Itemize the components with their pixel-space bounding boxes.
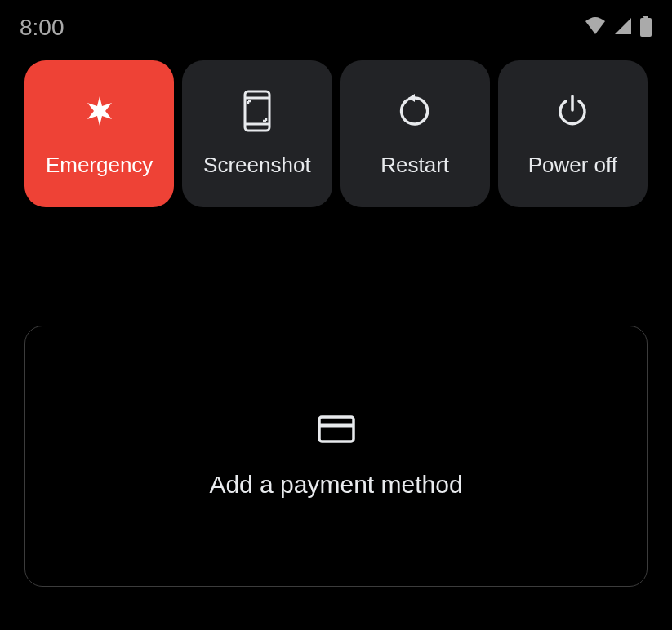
battery-icon [639,16,652,40]
emergency-label: Emergency [46,153,154,178]
wifi-icon [584,16,607,39]
status-bar: 8:00 [0,0,672,51]
add-payment-method-button[interactable]: Add a payment method [24,326,648,587]
power-icon [555,91,590,131]
status-icons [584,16,652,40]
power-menu: Emergency Screenshot Restart [0,51,672,207]
credit-card-icon [317,414,356,448]
svg-rect-1 [640,18,652,37]
restart-button[interactable]: Restart [340,60,490,207]
emergency-button[interactable]: Emergency [24,60,174,207]
add-payment-label: Add a payment method [209,471,462,499]
power-off-button[interactable]: Power off [498,60,648,207]
svg-rect-6 [319,417,354,441]
power-off-label: Power off [528,153,617,178]
asterisk-icon [82,91,118,131]
svg-rect-0 [643,16,648,18]
wallet-section: Add a payment method [0,207,672,587]
cellular-icon [613,16,633,39]
restart-label: Restart [381,153,449,178]
screenshot-button[interactable]: Screenshot [182,60,332,207]
restart-icon [397,91,433,131]
phone-frame-icon [242,91,273,131]
screenshot-label: Screenshot [203,153,311,178]
status-time: 8:00 [20,15,65,41]
